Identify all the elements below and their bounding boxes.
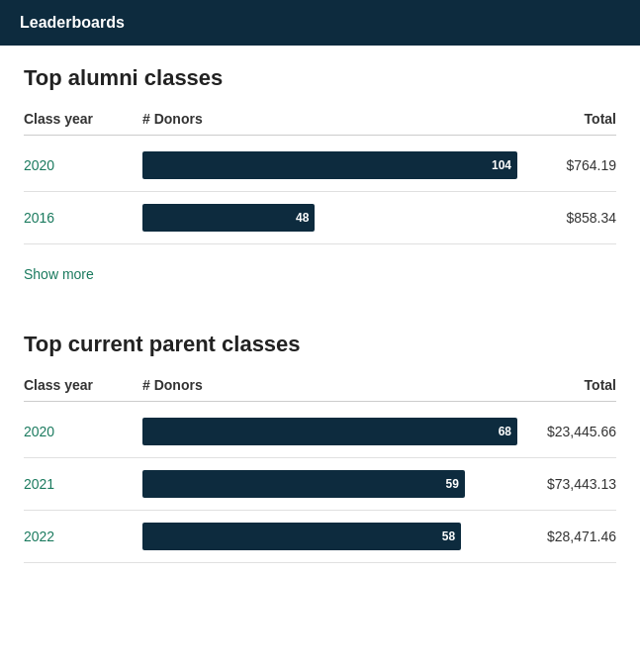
table-row: 2020 104 $764.19: [24, 140, 616, 192]
parent-col-class-year: Class year: [24, 377, 142, 393]
parent-table-header: Class year # Donors Total: [24, 377, 616, 402]
alumni-bar-2016: 48: [142, 204, 315, 232]
alumni-total-2016: $858.34: [517, 210, 616, 226]
alumni-bar-container-2020: 104: [142, 151, 517, 179]
header: Leaderboards: [0, 0, 640, 46]
alumni-show-more[interactable]: Show more: [24, 266, 94, 282]
alumni-bar-count-2020: 104: [492, 158, 511, 172]
alumni-section-title: Top alumni classes: [24, 65, 616, 91]
alumni-total-2020: $764.19: [517, 157, 616, 173]
table-row: 2020 68 $23,445.66: [24, 406, 616, 458]
parent-year-link-2020[interactable]: 2020: [24, 424, 142, 439]
parent-bar-2020: 68: [142, 418, 517, 445]
parent-bar-2021: 59: [142, 470, 465, 498]
parent-bar-container-2020: 68: [142, 418, 517, 445]
parent-bar-count-2021: 59: [446, 477, 459, 491]
parent-year-link-2022[interactable]: 2022: [24, 528, 142, 544]
parent-col-total: Total: [517, 377, 616, 393]
alumni-bar-container-2016: 48: [142, 204, 517, 232]
header-title: Leaderboards: [20, 14, 125, 31]
parent-bar-container-2022: 58: [142, 523, 517, 550]
table-row: 2016 48 $858.34: [24, 192, 616, 244]
parent-bar-container-2021: 59: [142, 470, 517, 498]
parent-total-2020: $23,445.66: [517, 424, 616, 439]
parent-total-2022: $28,471.46: [517, 528, 616, 544]
alumni-bar-count-2016: 48: [296, 211, 309, 225]
alumni-section: Top alumni classes Class year # Donors T…: [24, 65, 616, 312]
parent-section: Top current parent classes Class year # …: [24, 332, 616, 563]
table-row: 2022 58 $28,471.46: [24, 511, 616, 563]
alumni-table-header: Class year # Donors Total: [24, 111, 616, 136]
parent-bar-count-2022: 58: [442, 529, 455, 543]
alumni-year-link-2016[interactable]: 2016: [24, 210, 142, 226]
parent-section-title: Top current parent classes: [24, 332, 616, 357]
alumni-col-donors: # Donors: [142, 111, 517, 127]
parent-bar-2022: 58: [142, 523, 461, 550]
table-row: 2021 59 $73,443.13: [24, 458, 616, 511]
parent-bar-count-2020: 68: [499, 425, 511, 438]
alumni-col-class-year: Class year: [24, 111, 142, 127]
parent-table: Class year # Donors Total 2020 68 $23,44…: [24, 377, 616, 563]
alumni-bar-2020: 104: [142, 151, 517, 179]
alumni-year-link-2020[interactable]: 2020: [24, 157, 142, 173]
parent-year-link-2021[interactable]: 2021: [24, 476, 142, 492]
alumni-table: Class year # Donors Total 2020 104 $764.…: [24, 111, 616, 244]
parent-total-2021: $73,443.13: [517, 476, 616, 492]
alumni-col-total: Total: [517, 111, 616, 127]
parent-col-donors: # Donors: [142, 377, 517, 393]
